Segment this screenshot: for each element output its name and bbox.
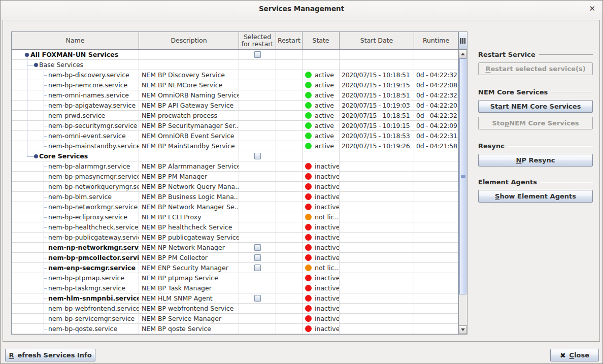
- refresh-services-button[interactable]: Refresh Services Info: [5, 349, 95, 361]
- table-row[interactable]: nem-enp-secmgr.serviceNEM ENP Security M…: [12, 263, 458, 273]
- table-row[interactable]: Base Services: [12, 60, 458, 70]
- cell-runtime: [414, 202, 458, 212]
- tree-expand-handle[interactable]: [34, 154, 38, 158]
- close-button[interactable]: ✖ Close: [550, 349, 599, 361]
- cell-runtime: 0d - 04:22:08: [414, 80, 458, 90]
- cell-state: [303, 50, 340, 59]
- cell-name: nem-hlm-snmpnbi.service: [12, 293, 139, 303]
- cell-restart: [276, 243, 303, 252]
- table-row[interactable]: nem-bp-taskmgr.serviceNEM BP Task Manage…: [12, 283, 458, 293]
- tree-expand-handle[interactable]: [34, 63, 38, 67]
- table-row[interactable]: nem-np-networkmgr.serviceNEM NP Network …: [12, 243, 458, 253]
- cell-restart: [276, 60, 303, 70]
- table-row[interactable]: nem-bp-alarmmgr.serviceNEM BP Alarmmanag…: [12, 161, 458, 172]
- state-label: inactive: [315, 203, 340, 211]
- table-row[interactable]: nem-bp-mainstandby.serviceNEM BP MainSta…: [12, 141, 458, 151]
- cell-name: nem-enp-secmgr.service: [12, 263, 139, 273]
- restart-checkbox[interactable]: [254, 295, 261, 302]
- cell-start-date: 2020/07/15 - 10:19:15: [340, 80, 414, 90]
- cell-runtime: 0d - 04:21:58: [414, 141, 458, 151]
- table-row[interactable]: nem-omni-event.serviceNEM OmniORB Event …: [12, 131, 458, 141]
- cell-description: NEM BP webfrontend Service: [139, 304, 239, 313]
- scroll-down-button[interactable]: [459, 325, 467, 334]
- cell-name: nem-bp-apigateway.service: [12, 101, 139, 110]
- service-name: nem-bp-discovery.service: [12, 71, 129, 79]
- scrollbar-thumb[interactable]: [459, 58, 466, 294]
- cell-selected-for-restart: [239, 60, 276, 70]
- table-row[interactable]: nem-bp-securitymgr.serviceNEM BP Securit…: [12, 121, 458, 131]
- table-row[interactable]: nem-bp-qoste.serviceNEM BP qoste Service…: [12, 324, 458, 334]
- table-row[interactable]: nem-bp-healthcheck.serviceNEM BP healthc…: [12, 222, 458, 233]
- stop-nem-core-button: Stop NEM Core Services: [478, 117, 593, 129]
- service-name: nem-bp-pmcollector.service: [12, 254, 139, 261]
- table-row[interactable]: nem-omni-names.serviceNEM OmniORB Naming…: [12, 90, 458, 101]
- table-row[interactable]: nem-bp-blm.serviceNEM BP Business Logic …: [12, 192, 458, 202]
- cell-runtime: 0d - 04:22:32: [414, 90, 458, 100]
- cell-runtime: [414, 263, 458, 273]
- window-close-icon[interactable]: ✕: [589, 4, 595, 13]
- state-indicator-icon: [305, 92, 312, 98]
- table-row[interactable]: All FOXMAN-UN Services: [12, 50, 458, 60]
- cell-restart: [276, 111, 303, 120]
- state-label: inactive: [315, 223, 340, 231]
- service-name: nem-omni-event.service: [12, 132, 126, 140]
- cell-name: Base Services: [12, 60, 139, 70]
- scroll-up-button[interactable]: [459, 50, 467, 58]
- cell-description: NEM BP healthcheck Service: [139, 222, 239, 232]
- np-resync-button[interactable]: NP Resync: [478, 154, 593, 167]
- restart-checkbox[interactable]: [254, 51, 261, 58]
- restart-checkbox[interactable]: [254, 254, 261, 261]
- cell-description: NEM ENP Security Manager: [139, 263, 239, 273]
- tree-expand-handle[interactable]: [25, 53, 29, 57]
- close-button-label: Close: [570, 351, 590, 359]
- table-row[interactable]: nem-bp-pmcollector.serviceNEM BP PM Coll…: [12, 253, 458, 263]
- table-row[interactable]: nem-bp-nemcore.serviceNEM BP NEMCore Ser…: [12, 80, 458, 90]
- state-label: not lic...: [315, 264, 340, 272]
- table-row[interactable]: Core Services: [12, 151, 458, 161]
- services-management-dialog: { "window": { "title": "Services Managem…: [0, 0, 603, 364]
- cell-name: nem-bp-networkquerymgr.ser...: [12, 182, 139, 191]
- service-name: nem-bp-networkquerymgr.ser...: [12, 183, 139, 190]
- cell-restart: [276, 273, 303, 283]
- restart-checkbox[interactable]: [254, 153, 261, 159]
- table-row[interactable]: nem-bp-networkmgr.serviceNEM BP Network …: [12, 202, 458, 212]
- table-row[interactable]: nem-bp-webfrontend.serviceNEM BP webfron…: [12, 304, 458, 314]
- cell-description: NEM BP qoste Service: [139, 324, 239, 334]
- cell-selected-for-restart: [239, 304, 276, 313]
- table-row[interactable]: nem-bp-ecliproxy.serviceNEM BP ECLI Prox…: [12, 212, 458, 222]
- cell-state: inactive: [303, 253, 340, 262]
- table-row[interactable]: nem-bp-apigateway.serviceNEM BP API Gate…: [12, 101, 458, 111]
- cell-description: NEM BP API Gateway Service: [139, 101, 239, 110]
- cell-description: NEM BP Network Query Mana...: [139, 182, 239, 191]
- cell-name: nem-omni-names.service: [12, 90, 139, 100]
- table-row[interactable]: nem-bp-discovery.serviceNEM BP Discovery…: [12, 70, 458, 80]
- cell-state: inactive: [303, 293, 340, 303]
- start-nem-core-button[interactable]: Start NEM Core Services: [478, 100, 593, 113]
- restart-checkbox[interactable]: [254, 244, 261, 251]
- service-name: nem-hlm-snmpnbi.service: [12, 294, 139, 302]
- table-row[interactable]: nem-bp-ptpmap.serviceNEM BP ptpmap Servi…: [12, 273, 458, 283]
- table-row[interactable]: nem-hlm-snmpnbi.serviceNEM HLM SNMP Agen…: [12, 293, 458, 304]
- table-row[interactable]: nem-bp-publicgateway.serviceNEM BP publi…: [12, 233, 458, 243]
- table-row[interactable]: nem-bp-networkquerymgr.ser...NEM BP Netw…: [12, 182, 458, 192]
- show-element-agents-button[interactable]: Show Element Agents: [478, 190, 593, 203]
- table-row[interactable]: nem-bp-pmasyncmgr.serviceNEM BP PM Manag…: [12, 172, 458, 182]
- cell-name: nem-bp-nemcore.service: [12, 80, 139, 90]
- cell-restart: [276, 90, 303, 100]
- cell-selected-for-restart: [239, 70, 276, 80]
- service-name: nem-bp-healthcheck.service: [12, 223, 139, 231]
- table-row[interactable]: nem-bp-servicemgr.serviceNEM BP Service …: [12, 314, 458, 324]
- column-control-button[interactable]: [459, 32, 467, 50]
- cell-runtime: [414, 314, 458, 323]
- cell-runtime: [414, 151, 458, 161]
- cell-start-date: 2020/07/15 - 10:18:51: [340, 70, 414, 80]
- cell-description: NEM BP PM Manager: [139, 172, 239, 181]
- state-label: inactive: [315, 284, 340, 292]
- table-row[interactable]: nem-prwd.serviceNEM procwatch processact…: [12, 111, 458, 121]
- section-title-text: Restart Service: [478, 51, 535, 58]
- cell-restart: [276, 263, 303, 273]
- cell-start-date: [340, 263, 414, 273]
- cell-description: NEM BP publicgateway Service: [139, 233, 239, 242]
- restart-checkbox[interactable]: [254, 264, 261, 271]
- cell-state: active: [303, 131, 340, 141]
